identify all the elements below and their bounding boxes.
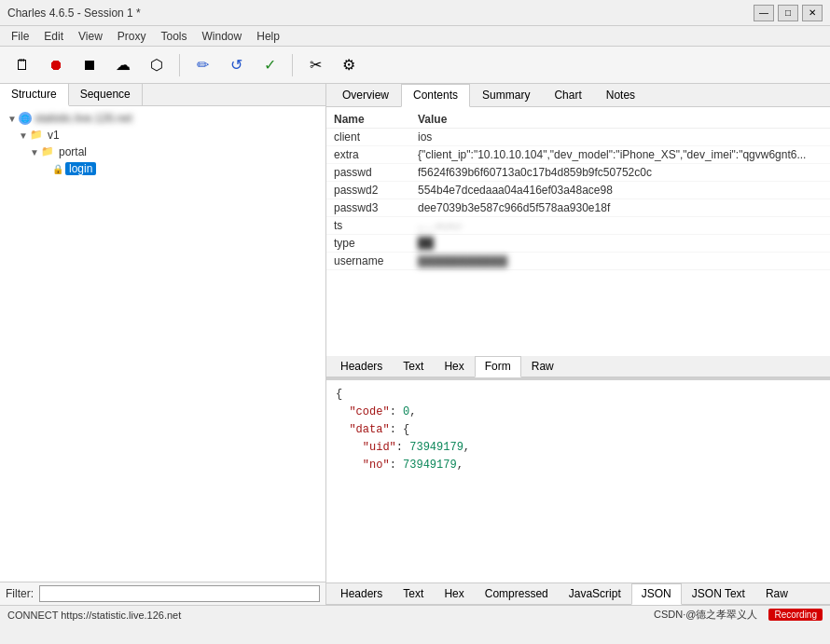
left-panel-tabs: Structure Sequence [0, 84, 325, 106]
tab-sequence[interactable]: Sequence [69, 84, 143, 105]
resp-tab-javascript[interactable]: JavaScript [559, 583, 631, 604]
tree-item-login[interactable]: 🔒 login [0, 160, 325, 177]
tab-notes[interactable]: Notes [594, 84, 647, 106]
new-session-button[interactable]: 🗒 [7, 50, 37, 80]
cell-value-client: ios [418, 130, 823, 144]
menu-proxy[interactable]: Proxy [110, 28, 154, 45]
window-controls: — □ ✕ [754, 5, 823, 21]
table-row[interactable]: client ios [326, 129, 830, 146]
left-panel: Structure Sequence ▼ 🌐 statistic.live.12… [0, 84, 326, 605]
record-button[interactable]: ⏺ [41, 50, 71, 80]
cell-value-extra: {"client_ip":"10.10.10.104","dev_model":… [418, 148, 823, 161]
tree-item-v1[interactable]: ▼ 📁 v1 [0, 127, 325, 144]
right-content: Name Value client ios extra {"client_ip"… [326, 107, 830, 605]
title-bar: Charles 4.6.5 - Session 1 * — □ ✕ [0, 0, 830, 26]
resp-tab-hex[interactable]: Hex [434, 583, 474, 604]
cell-value-username: ▓▓▓▓▓▓▓▓▓▓▓ [418, 254, 823, 267]
tab-summary[interactable]: Summary [470, 84, 542, 106]
cell-value-passwd: f5624f639b6f60713a0c17b4d859b9fc50752c0c [418, 166, 823, 179]
tree-arrow-v1: ▼ [19, 130, 30, 141]
menu-edit[interactable]: Edit [36, 28, 71, 45]
table-row[interactable]: passwd3 dee7039b3e587c966d5f578aa930e18f [326, 199, 830, 217]
code-line-3: "data": { [336, 421, 821, 439]
cell-value-passwd3: dee7039b3e587c966d5f578aa930e18f [418, 201, 823, 214]
tab-structure[interactable]: Structure [0, 84, 69, 106]
filter-input[interactable] [39, 585, 320, 602]
resp-tab-text[interactable]: Text [393, 583, 434, 604]
tree-label-v1: v1 [48, 129, 60, 142]
tree-root[interactable]: ▼ 🌐 statistic.live.126.net [0, 110, 325, 127]
filter-label: Filter: [6, 587, 34, 600]
table-row[interactable]: passwd f5624f639b6f60713a0c17b4d859b9fc5… [326, 164, 830, 182]
resp-tab-headers[interactable]: Headers [330, 583, 393, 604]
hex-button[interactable]: ⬡ [142, 50, 172, 80]
toolbar-separator-2 [292, 54, 293, 76]
stop-button[interactable]: ⏹ [75, 50, 104, 80]
tab-contents[interactable]: Contents [401, 84, 470, 107]
tree-arrow-portal: ▼ [30, 147, 41, 158]
folder-icon-v1: 📁 [30, 129, 45, 142]
code-line-5: "no": 73949179, [336, 457, 821, 474]
tree-label-portal: portal [59, 145, 87, 158]
table-row[interactable]: type ██ [326, 235, 830, 253]
right-panel-tabs: Overview Contents Summary Chart Notes [326, 84, 830, 107]
edit-button[interactable]: ✏ [187, 50, 217, 80]
right-panel: Overview Contents Summary Chart Notes Na… [326, 84, 830, 605]
filter-bar: Filter: [0, 582, 325, 605]
cell-name-client: client [334, 130, 418, 144]
cell-name-extra: extra [334, 148, 418, 161]
title-text: Charles 4.6.5 - Session 1 * [7, 7, 141, 20]
cell-name-passwd2: passwd2 [334, 184, 418, 197]
close-button[interactable]: ✕ [802, 5, 823, 21]
tree-item-portal[interactable]: ▼ 📁 portal [0, 144, 325, 160]
menu-help[interactable]: Help [249, 28, 287, 45]
refresh-button[interactable]: ↺ [221, 50, 251, 80]
cell-name-type: type [334, 237, 418, 250]
status-bar: CONNECT https://statistic.live.126.net C… [0, 605, 830, 623]
menu-tools[interactable]: Tools [154, 28, 195, 45]
req-tab-hex[interactable]: Hex [434, 356, 474, 377]
menu-file[interactable]: File [4, 28, 36, 45]
col-value-header: Value [418, 113, 823, 126]
settings-button[interactable]: ⚙ [334, 50, 364, 80]
check-button[interactable]: ✓ [255, 50, 284, 80]
menu-window[interactable]: Window [195, 28, 250, 45]
table-row[interactable]: username ▓▓▓▓▓▓▓▓▓▓▓ [326, 253, 830, 270]
resp-tab-compressed[interactable]: Compressed [475, 583, 559, 604]
code-line-2: "code": 0, [336, 404, 821, 421]
tab-chart[interactable]: Chart [542, 84, 593, 106]
req-tab-form[interactable]: Form [475, 356, 521, 377]
recording-badge: Recording [768, 609, 823, 621]
tools-button[interactable]: ✂ [300, 50, 330, 80]
tree-root-label: statistic.live.126.net [35, 112, 132, 125]
table-row[interactable]: ts .. . .--.--.- [326, 217, 830, 235]
req-tab-headers[interactable]: Headers [330, 356, 393, 377]
table-row[interactable]: passwd2 554b4e7dcedaaa04a416ef03a48ace98 [326, 182, 830, 199]
toolbar-separator-1 [179, 54, 180, 76]
resp-tab-raw[interactable]: Raw [755, 583, 798, 604]
maximize-button[interactable]: □ [778, 5, 798, 21]
req-tab-text[interactable]: Text [393, 356, 434, 377]
cell-value-ts: .. . .--.--.- [418, 219, 823, 232]
tree-arrow-root: ▼ [7, 114, 19, 124]
status-author: CSDN·@德之孝翠义人 [654, 608, 757, 622]
minimize-button[interactable]: — [754, 5, 774, 21]
top-section: Name Value client ios extra {"client_ip"… [326, 107, 830, 377]
tree-label-login: login [65, 162, 96, 175]
cell-value-type: ██ [418, 237, 823, 250]
tab-overview[interactable]: Overview [330, 84, 401, 106]
cloud-button[interactable]: ☁ [108, 50, 138, 80]
lock-icon: 🔒 [52, 164, 63, 174]
cell-name-passwd3: passwd3 [334, 201, 418, 214]
main-content: Structure Sequence ▼ 🌐 statistic.live.12… [0, 84, 830, 605]
menu-view[interactable]: View [71, 28, 110, 45]
req-tab-raw[interactable]: Raw [521, 356, 564, 377]
status-text: CONNECT https://statistic.live.126.net [7, 610, 181, 621]
request-tabs: Headers Text Hex Form Raw [326, 356, 830, 377]
code-area: { "code": 0, "data": { "uid": 73949179, … [326, 380, 830, 582]
tree-area: ▼ 🌐 statistic.live.126.net ▼ 📁 v1 ▼ 📁 po… [0, 106, 325, 582]
resp-tab-json[interactable]: JSON [631, 583, 682, 605]
response-tabs: Headers Text Hex Compressed JavaScript J… [326, 582, 830, 605]
resp-tab-json-text[interactable]: JSON Text [682, 583, 755, 604]
table-row[interactable]: extra {"client_ip":"10.10.10.104","dev_m… [326, 146, 830, 164]
